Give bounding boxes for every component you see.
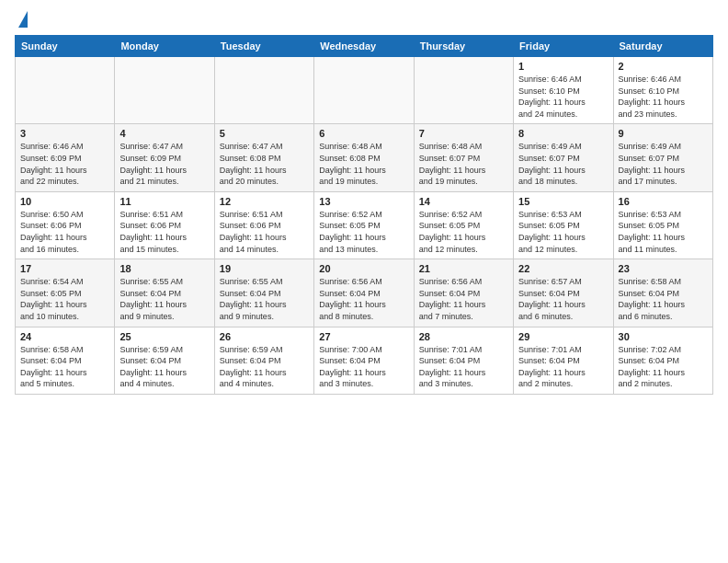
calendar-cell: 7Sunrise: 6:48 AM Sunset: 6:07 PM Daylig…: [414, 124, 513, 191]
calendar-cell: 15Sunrise: 6:53 AM Sunset: 6:05 PM Dayli…: [514, 191, 613, 259]
day-info: Sunrise: 6:59 AM Sunset: 6:04 PM Dayligh…: [119, 344, 209, 390]
calendar-cell: 21Sunrise: 6:56 AM Sunset: 6:04 PM Dayli…: [414, 259, 513, 327]
calendar-cell: 18Sunrise: 6:55 AM Sunset: 6:04 PM Dayli…: [115, 259, 214, 327]
day-number: 20: [319, 263, 408, 274]
day-info: Sunrise: 6:47 AM Sunset: 6:08 PM Dayligh…: [220, 141, 309, 187]
day-number: 16: [619, 196, 708, 207]
calendar-cell: 25Sunrise: 6:59 AM Sunset: 6:04 PM Dayli…: [115, 327, 214, 394]
day-number: 2: [619, 61, 708, 72]
day-info: Sunrise: 6:53 AM Sunset: 6:05 PM Dayligh…: [518, 209, 608, 255]
calendar-cell: 27Sunrise: 7:00 AM Sunset: 6:04 PM Dayli…: [314, 327, 414, 394]
calendar-cell: 1Sunrise: 6:46 AM Sunset: 6:10 PM Daylig…: [514, 57, 613, 124]
day-info: Sunrise: 6:57 AM Sunset: 6:04 PM Dayligh…: [518, 276, 608, 322]
day-number: 12: [220, 196, 309, 207]
calendar-cell: [214, 57, 313, 124]
day-number: 24: [20, 331, 109, 342]
day-number: 28: [419, 331, 508, 342]
day-number: 18: [119, 263, 209, 274]
day-info: Sunrise: 6:52 AM Sunset: 6:05 PM Dayligh…: [319, 209, 408, 255]
day-number: 21: [419, 263, 508, 274]
day-number: 3: [20, 128, 109, 139]
day-number: 5: [220, 128, 309, 139]
weekday-header-wednesday: Wednesday: [314, 36, 414, 57]
weekday-header-tuesday: Tuesday: [214, 36, 313, 57]
day-info: Sunrise: 6:58 AM Sunset: 6:04 PM Dayligh…: [619, 276, 708, 322]
calendar-cell: 23Sunrise: 6:58 AM Sunset: 6:04 PM Dayli…: [613, 259, 712, 327]
calendar-cell: 22Sunrise: 6:57 AM Sunset: 6:04 PM Dayli…: [514, 259, 613, 327]
day-number: 4: [119, 128, 209, 139]
logo-text-block: [15, 15, 28, 28]
day-info: Sunrise: 7:01 AM Sunset: 6:04 PM Dayligh…: [518, 344, 608, 390]
day-info: Sunrise: 6:54 AM Sunset: 6:05 PM Dayligh…: [20, 276, 109, 322]
day-number: 27: [319, 331, 408, 342]
logo: [15, 15, 28, 28]
day-info: Sunrise: 6:49 AM Sunset: 6:07 PM Dayligh…: [518, 141, 608, 187]
day-number: 9: [619, 128, 708, 139]
calendar-cell: 6Sunrise: 6:48 AM Sunset: 6:08 PM Daylig…: [314, 124, 414, 191]
calendar-cell: 24Sunrise: 6:58 AM Sunset: 6:04 PM Dayli…: [16, 327, 115, 394]
calendar-cell: 13Sunrise: 6:52 AM Sunset: 6:05 PM Dayli…: [314, 191, 414, 259]
day-info: Sunrise: 6:51 AM Sunset: 6:06 PM Dayligh…: [220, 209, 309, 255]
calendar-cell: [314, 57, 414, 124]
day-info: Sunrise: 6:56 AM Sunset: 6:04 PM Dayligh…: [319, 276, 408, 322]
calendar-cell: 4Sunrise: 6:47 AM Sunset: 6:09 PM Daylig…: [115, 124, 214, 191]
day-info: Sunrise: 6:51 AM Sunset: 6:06 PM Dayligh…: [119, 209, 209, 255]
day-number: 30: [619, 331, 708, 342]
calendar-cell: 11Sunrise: 6:51 AM Sunset: 6:06 PM Dayli…: [115, 191, 214, 259]
calendar-cell: 20Sunrise: 6:56 AM Sunset: 6:04 PM Dayli…: [314, 259, 414, 327]
day-number: 29: [518, 331, 608, 342]
calendar-cell: 26Sunrise: 6:59 AM Sunset: 6:04 PM Dayli…: [214, 327, 313, 394]
calendar-cell: 9Sunrise: 6:49 AM Sunset: 6:07 PM Daylig…: [613, 124, 712, 191]
day-info: Sunrise: 6:56 AM Sunset: 6:04 PM Dayligh…: [419, 276, 508, 322]
day-info: Sunrise: 6:53 AM Sunset: 6:05 PM Dayligh…: [619, 209, 708, 255]
day-number: 10: [20, 196, 109, 207]
day-info: Sunrise: 6:58 AM Sunset: 6:04 PM Dayligh…: [20, 344, 109, 390]
day-number: 1: [518, 61, 608, 72]
calendar-cell: 19Sunrise: 6:55 AM Sunset: 6:04 PM Dayli…: [214, 259, 313, 327]
day-number: 26: [220, 331, 309, 342]
calendar-cell: 3Sunrise: 6:46 AM Sunset: 6:09 PM Daylig…: [16, 124, 115, 191]
weekday-header-sunday: Sunday: [16, 36, 115, 57]
calendar-cell: 30Sunrise: 7:02 AM Sunset: 6:04 PM Dayli…: [613, 327, 712, 394]
calendar-cell: [16, 57, 115, 124]
day-info: Sunrise: 7:02 AM Sunset: 6:04 PM Dayligh…: [619, 344, 708, 390]
calendar-cell: 16Sunrise: 6:53 AM Sunset: 6:05 PM Dayli…: [613, 191, 712, 259]
day-number: 19: [220, 263, 309, 274]
day-info: Sunrise: 6:50 AM Sunset: 6:06 PM Dayligh…: [20, 209, 109, 255]
day-number: 6: [319, 128, 408, 139]
calendar-cell: 2Sunrise: 6:46 AM Sunset: 6:10 PM Daylig…: [613, 57, 712, 124]
day-number: 13: [319, 196, 408, 207]
calendar-cell: [414, 57, 513, 124]
day-info: Sunrise: 6:46 AM Sunset: 6:10 PM Dayligh…: [518, 74, 608, 120]
calendar-cell: 29Sunrise: 7:01 AM Sunset: 6:04 PM Dayli…: [514, 327, 613, 394]
day-info: Sunrise: 6:48 AM Sunset: 6:07 PM Dayligh…: [419, 141, 508, 187]
day-info: Sunrise: 6:52 AM Sunset: 6:05 PM Dayligh…: [419, 209, 508, 255]
day-number: 22: [518, 263, 608, 274]
weekday-header-friday: Friday: [514, 36, 613, 57]
day-number: 17: [20, 263, 109, 274]
day-number: 11: [119, 196, 209, 207]
day-number: 23: [619, 263, 708, 274]
header: [15, 15, 713, 28]
calendar-cell: 12Sunrise: 6:51 AM Sunset: 6:06 PM Dayli…: [214, 191, 313, 259]
day-info: Sunrise: 6:49 AM Sunset: 6:07 PM Dayligh…: [619, 141, 708, 187]
calendar-cell: 10Sunrise: 6:50 AM Sunset: 6:06 PM Dayli…: [16, 191, 115, 259]
day-info: Sunrise: 6:46 AM Sunset: 6:10 PM Dayligh…: [619, 74, 708, 120]
day-number: 25: [119, 331, 209, 342]
calendar-cell: [115, 57, 214, 124]
day-number: 15: [518, 196, 608, 207]
weekday-header-monday: Monday: [115, 36, 214, 57]
day-number: 14: [419, 196, 508, 207]
logo-triangle-icon: [18, 11, 28, 28]
weekday-header-saturday: Saturday: [613, 36, 712, 57]
day-info: Sunrise: 6:48 AM Sunset: 6:08 PM Dayligh…: [319, 141, 408, 187]
calendar-cell: 28Sunrise: 7:01 AM Sunset: 6:04 PM Dayli…: [414, 327, 513, 394]
calendar-cell: 17Sunrise: 6:54 AM Sunset: 6:05 PM Dayli…: [16, 259, 115, 327]
day-info: Sunrise: 6:55 AM Sunset: 6:04 PM Dayligh…: [220, 276, 309, 322]
weekday-header-thursday: Thursday: [414, 36, 513, 57]
day-info: Sunrise: 6:47 AM Sunset: 6:09 PM Dayligh…: [119, 141, 209, 187]
day-info: Sunrise: 6:46 AM Sunset: 6:09 PM Dayligh…: [20, 141, 109, 187]
day-info: Sunrise: 7:01 AM Sunset: 6:04 PM Dayligh…: [419, 344, 508, 390]
day-info: Sunrise: 7:00 AM Sunset: 6:04 PM Dayligh…: [319, 344, 408, 390]
calendar-cell: 8Sunrise: 6:49 AM Sunset: 6:07 PM Daylig…: [514, 124, 613, 191]
